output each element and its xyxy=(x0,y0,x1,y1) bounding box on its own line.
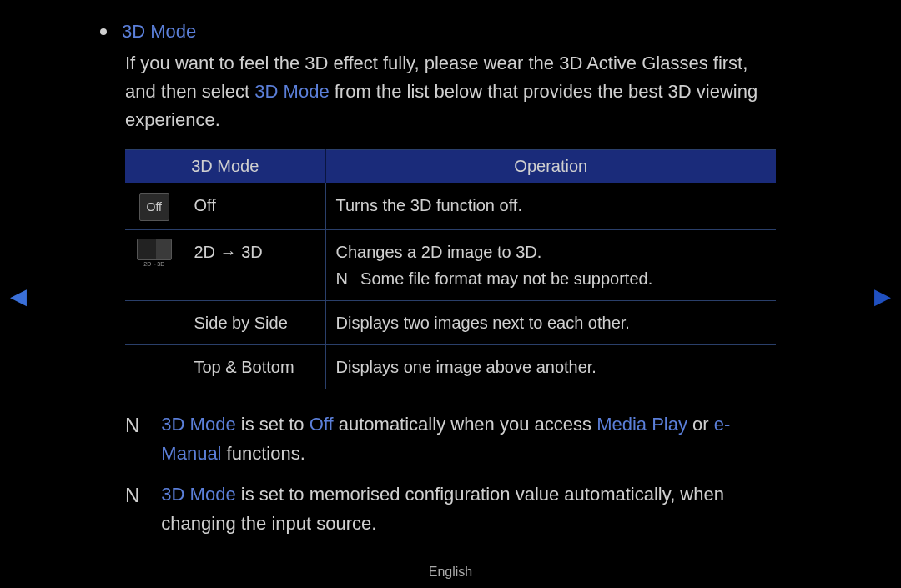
highlight-term: Off xyxy=(310,414,334,435)
table-row: Top & BottomDisplays one image above ano… xyxy=(125,344,776,389)
bullet-icon xyxy=(100,28,107,35)
table-header-operation: Operation xyxy=(325,150,776,183)
mode-name: Top & Bottom xyxy=(184,344,325,389)
intro-text: If you want to feel the 3D effect fully,… xyxy=(125,49,776,134)
mode-icon-cell xyxy=(125,229,184,300)
mode-name: Off xyxy=(184,183,325,229)
note-text: 3D Mode is set to Off automatically when… xyxy=(161,410,776,468)
intro-highlight: 3D Mode xyxy=(254,81,329,102)
mode-name: 2D → 3D xyxy=(184,229,325,300)
highlight-term: Media Play xyxy=(596,414,687,435)
note-row: N3D Mode is set to Off automatically whe… xyxy=(125,410,776,468)
note-row: N3D Mode is set to memorised configurati… xyxy=(125,480,776,538)
table-row: OffOffTurns the 3D function off. xyxy=(125,183,776,229)
language-footer: English xyxy=(0,565,901,580)
prev-page-arrow[interactable]: ◀ xyxy=(10,284,27,309)
note-segment: functions. xyxy=(222,443,305,464)
page-content: 3D Mode If you want to feel the 3D effec… xyxy=(0,0,901,538)
mode-name: Side by Side xyxy=(184,300,325,344)
title-row: 3D Mode xyxy=(100,21,776,43)
note-marker: N xyxy=(125,410,139,468)
off-icon: Off xyxy=(139,193,169,220)
table-row: 2D → 3DChanges a 2D image to 3D.N Some f… xyxy=(125,229,776,300)
note-segment: is set to memorised configuration value … xyxy=(161,484,724,534)
highlight-term: 3D Mode xyxy=(161,414,235,435)
operation-text: Turns the 3D function off. xyxy=(325,183,776,229)
note-marker: N xyxy=(125,480,139,538)
notes-section: N3D Mode is set to Off automatically whe… xyxy=(125,410,776,539)
note-marker-inline: N xyxy=(336,265,356,292)
mode-icon-cell xyxy=(125,300,184,344)
highlight-term: 3D Mode xyxy=(161,484,235,505)
page-title: 3D Mode xyxy=(122,21,196,43)
operation-text: Changes a 2D image to 3D.N Some file for… xyxy=(325,229,776,300)
next-page-arrow[interactable]: ▶ xyxy=(874,284,891,309)
mode-table: 3D Mode Operation OffOffTurns the 3D fun… xyxy=(125,149,776,389)
table-header-mode: 3D Mode xyxy=(125,150,325,183)
table-row: Side by SideDisplays two images next to … xyxy=(125,300,776,344)
note-segment: is set to xyxy=(236,414,310,435)
note-text: 3D Mode is set to memorised configuratio… xyxy=(161,480,776,538)
mode-icon-cell xyxy=(125,344,184,389)
mode-icon-cell: Off xyxy=(125,183,184,229)
note-segment: automatically when you access xyxy=(334,414,597,435)
operation-text: Displays two images next to each other. xyxy=(325,300,776,344)
note-segment: or xyxy=(687,414,714,435)
operation-text: Displays one image above another. xyxy=(325,344,776,389)
2d-to-3d-icon xyxy=(137,239,172,260)
